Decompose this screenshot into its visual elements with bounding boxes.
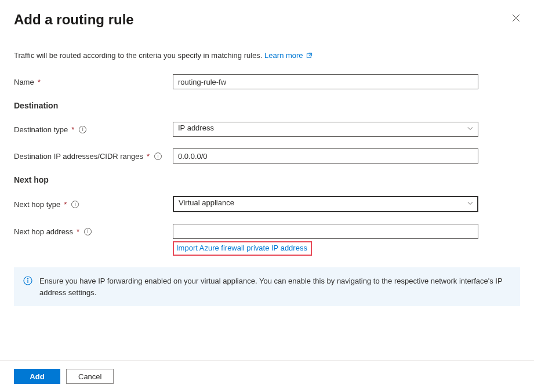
destination-cidr-input[interactable] (173, 148, 478, 164)
svg-point-6 (27, 278, 28, 279)
panel-footer: Add Cancel (0, 360, 534, 392)
panel-title: Add a routing rule (14, 12, 520, 28)
info-icon[interactable]: i (154, 153, 162, 160)
panel-description: Traffic will be routed according to the … (14, 51, 520, 60)
svg-line-3 (308, 53, 312, 56)
destination-type-row: Destination type * i IP address (14, 122, 520, 137)
next-hop-type-select[interactable]: Virtual appliance (173, 196, 478, 212)
close-button[interactable] (512, 14, 520, 23)
next-hop-type-select-wrap: Virtual appliance (173, 196, 478, 212)
info-icon[interactable]: i (79, 126, 86, 133)
next-hop-address-label: Next hop address * i (14, 227, 173, 236)
destination-cidr-label: Destination IP addresses/CIDR ranges * i (14, 152, 173, 161)
info-banner-text: Ensure you have IP forwarding enabled on… (39, 275, 511, 298)
add-button[interactable]: Add (14, 369, 60, 384)
required-indicator: * (147, 152, 150, 161)
next-hop-type-row: Next hop type * i Virtual appliance (14, 196, 520, 212)
info-icon[interactable]: i (71, 201, 79, 208)
destination-type-select[interactable]: IP address (173, 122, 478, 137)
info-banner: Ensure you have IP forwarding enabled on… (14, 267, 520, 306)
destination-type-select-wrap: IP address (173, 122, 478, 137)
routing-rule-panel: Add a routing rule Traffic will be route… (0, 0, 534, 306)
cancel-button[interactable]: Cancel (66, 369, 114, 384)
external-link-icon (306, 52, 313, 60)
name-input[interactable] (173, 74, 478, 89)
destination-cidr-row: Destination IP addresses/CIDR ranges * i (14, 148, 520, 164)
name-row: Name * (14, 74, 520, 89)
learn-more-link[interactable]: Learn more (264, 51, 313, 60)
import-firewall-ip-link[interactable]: Import Azure firewall private IP address (173, 241, 312, 256)
next-hop-heading: Next hop (14, 175, 520, 184)
required-indicator: * (38, 78, 41, 86)
required-indicator: * (77, 227, 79, 236)
info-icon[interactable]: i (84, 228, 92, 235)
next-hop-type-label: Next hop type * i (14, 200, 173, 209)
destination-type-label: Destination type * i (14, 125, 173, 134)
next-hop-address-input[interactable] (173, 224, 478, 239)
required-indicator: * (64, 200, 67, 209)
name-label: Name * (14, 78, 173, 86)
description-text: Traffic will be routed according to the … (14, 51, 262, 60)
import-link-row: Import Azure firewall private IP address (14, 241, 520, 256)
next-hop-address-row: Next hop address * i (14, 224, 520, 239)
destination-heading: Destination (14, 101, 520, 110)
required-indicator: * (71, 125, 74, 134)
info-circle-icon (23, 276, 32, 287)
close-icon (512, 14, 520, 22)
